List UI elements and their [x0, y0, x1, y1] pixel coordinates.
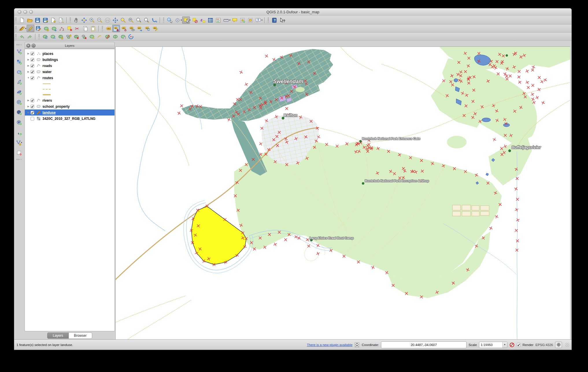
scale-dropdown-icon[interactable]: ▼ [502, 342, 507, 348]
layer-item-routes[interactable]: ▼routes [25, 75, 114, 81]
new-project-button[interactable] [18, 16, 26, 24]
layer-item-school_property[interactable]: ▶school_property [25, 103, 114, 109]
zoom-full-button[interactable] [111, 16, 119, 24]
title-bar[interactable]: QGIS 2.0.1-Dufour - basic_map [14, 8, 572, 16]
panel-tab-browser[interactable]: Browser [69, 332, 92, 339]
show-hide-labels-button[interactable]: abc [128, 25, 136, 32]
layer-expand-icon[interactable]: ▶ [26, 99, 30, 102]
toolbar-grip[interactable] [15, 26, 16, 31]
map-tips-button[interactable] [231, 16, 238, 24]
zoom-out-button[interactable] [96, 16, 103, 24]
offset-curve-button[interactable] [96, 33, 103, 40]
panel-tab-layers[interactable]: Layers [47, 332, 69, 339]
layer-item-3420C_2010_327_RGB_LATLNG[interactable]: 3420C_2010_327_RGB_LATLNG [25, 116, 114, 122]
add-wcs-layer-button[interactable] [15, 109, 23, 116]
toolbar-grip[interactable] [15, 34, 16, 39]
plugin-link[interactable]: There is a new plugin available [307, 343, 352, 347]
toolbar-grip[interactable] [70, 18, 71, 23]
save-project-as-button[interactable] [41, 16, 49, 24]
save-project-button[interactable] [34, 16, 41, 24]
toolbar-grip[interactable] [16, 159, 22, 160]
add-vector-layer-button[interactable] [15, 48, 23, 55]
layer-checkbox[interactable] [30, 105, 34, 109]
run-feature-action-dropdown-icon[interactable]: ▾ [181, 19, 182, 21]
move-label-button[interactable]: abc [136, 25, 143, 32]
layer-checkbox[interactable] [30, 52, 34, 56]
select-features-dropdown-icon[interactable]: ▾ [189, 19, 191, 21]
add-delimited-text-layer-button[interactable]: , [15, 129, 23, 136]
deselect-all-button[interactable] [191, 16, 199, 24]
zoom-in-button[interactable] [88, 16, 96, 24]
layer-item-water[interactable]: ▶water [25, 69, 114, 75]
layer-item-places[interactable]: ▶places [25, 51, 114, 57]
remove-layer-button[interactable] [15, 149, 23, 156]
highlight-pinned-labels-button[interactable]: abc [120, 25, 128, 32]
split-features-button[interactable] [103, 33, 111, 40]
add-wfs-layer-button[interactable] [15, 119, 23, 126]
layer-expand-icon[interactable]: ▼ [26, 77, 30, 79]
layer-expand-icon[interactable]: ▶ [26, 111, 30, 114]
toolbar-grip[interactable] [163, 18, 164, 23]
render-checkbox[interactable] [517, 343, 521, 347]
layer-expand-icon[interactable]: ▶ [26, 52, 30, 55]
stop-render-icon[interactable] [509, 342, 515, 347]
layer-checkbox[interactable] [30, 70, 34, 74]
new-bookmark-button[interactable] [238, 16, 246, 24]
layer-expand-icon[interactable]: ▶ [26, 64, 30, 67]
change-label-properties-button[interactable]: abc [151, 25, 159, 32]
simplify-feature-button[interactable] [49, 33, 57, 40]
toolbar-grip[interactable] [16, 44, 22, 45]
add-raster-layer-button[interactable] [15, 58, 23, 65]
merge-features-button[interactable] [111, 33, 119, 40]
delete-part-button[interactable] [80, 33, 88, 40]
delete-selected-button[interactable] [66, 25, 73, 32]
run-feature-action-button[interactable] [173, 16, 181, 24]
pan-map-button[interactable] [72, 16, 80, 24]
add-mssql-layer-button[interactable] [15, 88, 23, 96]
layer-checkbox[interactable] [30, 58, 34, 62]
layer-checkbox[interactable] [30, 117, 34, 121]
redo-button[interactable] [26, 33, 34, 40]
select-features-button[interactable] [182, 16, 190, 24]
layer-expand-icon[interactable]: ▶ [26, 58, 30, 61]
zoom-next-button[interactable] [143, 16, 150, 24]
delete-ring-button[interactable] [72, 33, 80, 40]
layer-item-rivers[interactable]: ▶rivers [25, 97, 114, 103]
pin-labels-button[interactable]: abc [112, 25, 120, 32]
layer-item-roads[interactable]: ▶roads [25, 63, 114, 69]
layer-expand-icon[interactable]: ▶ [26, 105, 30, 108]
layer-item-buildings[interactable]: ▶buildings [25, 57, 114, 63]
new-print-composer-button[interactable] [49, 16, 57, 24]
copy-features-button[interactable] [81, 25, 89, 32]
zoom-actual-size-button[interactable]: 1:1 [103, 16, 111, 24]
add-ring-button[interactable] [57, 33, 64, 40]
move-feature-button[interactable] [50, 25, 58, 32]
pan-to-selection-button[interactable] [80, 16, 88, 24]
coordinate-input[interactable] [381, 341, 467, 348]
rotate-feature-button[interactable] [41, 33, 49, 40]
help-contents-button[interactable]: ? [270, 16, 278, 24]
crs-button[interactable] [555, 342, 562, 348]
current-edits-button[interactable] [18, 25, 26, 32]
toolbar-grip[interactable] [268, 18, 269, 23]
save-layer-edits-button[interactable] [34, 25, 42, 32]
refresh-button[interactable] [150, 16, 158, 24]
merge-attributes-button[interactable] [119, 33, 127, 40]
add-part-button[interactable] [64, 33, 72, 40]
layer-checkbox[interactable] [30, 76, 34, 80]
undo-button[interactable] [18, 33, 26, 40]
resize-grip[interactable] [565, 343, 569, 347]
current-edits-dropdown-icon[interactable]: ▾ [25, 27, 26, 30]
toolbar-grip[interactable] [102, 26, 103, 31]
cut-features-button[interactable]: ✂ [73, 25, 81, 32]
layer-checkbox[interactable] [30, 64, 34, 68]
rotate-label-button[interactable]: abc [143, 25, 151, 32]
measure-button[interactable] [222, 16, 230, 24]
composer-manager-button[interactable] [57, 16, 65, 24]
plugin-icon[interactable] [354, 342, 360, 347]
layer-checkbox[interactable] [30, 98, 34, 103]
toggle-editing-button[interactable] [27, 25, 34, 32]
node-tool-button[interactable] [58, 25, 66, 32]
new-shapefile-layer-dropdown-icon[interactable]: ▾ [21, 141, 22, 144]
open-project-button[interactable] [26, 16, 34, 24]
